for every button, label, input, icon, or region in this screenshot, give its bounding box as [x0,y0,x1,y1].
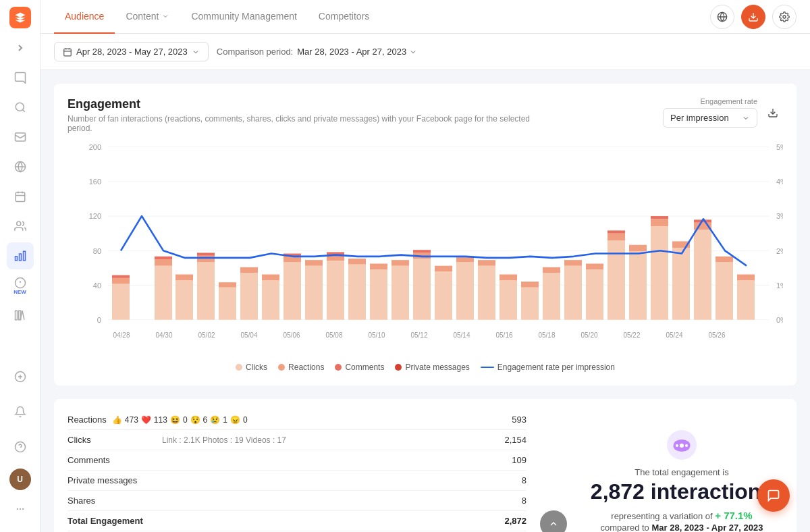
stats-row-private-messages: Private messages 8 [68,471,526,491]
shares-value: 8 [486,496,526,506]
sidebar-toggle[interactable] [11,38,30,57]
summary-number: 2,872 interactions [591,480,773,504]
svg-text:2%: 2% [776,246,783,255]
svg-rect-86 [435,271,452,319]
settings-btn[interactable] [772,5,796,29]
svg-rect-7 [15,257,17,261]
svg-rect-68 [262,274,279,280]
haha-icon: 😆 [170,415,180,425]
chevron-down-icon-2 [409,48,417,56]
summary-comparison-row: compared to Mar 28, 2023 - Apr 27, 2023 [601,523,763,532]
nav-icon-search[interactable] [7,94,34,121]
legend-engagement-rate: Engagement rate per impression [481,363,615,372]
summary-comparison-date: Mar 28, 2023 - Apr 27, 2023 [651,523,763,532]
svg-rect-108 [651,219,668,226]
legend-reactions: Reactions [278,363,324,372]
comparison-date-link[interactable]: Mar 28, 2023 - Apr 27, 2023 [297,47,417,57]
nav-icon-social[interactable] [7,153,34,180]
tab-community[interactable]: Community Management [180,0,307,34]
nav-icon-notifications[interactable] [7,64,34,91]
svg-point-13 [16,508,18,510]
filter-bar: Apr 28, 2023 - May 27, 2023 Comparison p… [40,34,810,70]
chart-legend: Clicks Reactions Comments Private messag… [68,363,783,372]
tab-content[interactable]: Content [115,0,180,34]
total-engagement-label: Total Engagement [68,516,162,526]
chat-icon [767,489,780,502]
scroll-to-top-btn[interactable] [540,510,567,532]
svg-text:05/24: 05/24 [666,331,682,339]
svg-text:80: 80 [93,246,101,255]
svg-rect-79 [370,269,387,320]
nav-icon-team[interactable] [7,213,34,240]
svg-text:05/26: 05/26 [708,331,725,339]
scroll-top-container [540,410,567,532]
chart-download-btn[interactable] [763,103,783,123]
svg-rect-96 [543,273,560,319]
svg-rect-18 [64,49,72,56]
svg-text:05/14: 05/14 [453,331,470,339]
svg-rect-72 [305,266,323,320]
nav-icon-bell[interactable] [7,398,34,425]
svg-rect-82 [392,260,409,266]
chart-title: Engagement [68,97,540,111]
tab-competitors[interactable]: Competitors [308,0,380,34]
stats-table: Reactions 👍 473 ❤️ 113 😆 0 😯 6 😢 [68,410,526,532]
svg-text:05/18: 05/18 [538,331,555,339]
chart-header: Engagement Number of fan interactions (r… [68,97,783,133]
svg-text:0%: 0% [776,316,783,324]
nav-icon-add[interactable] [7,363,34,390]
svg-rect-88 [456,262,474,319]
scrollable-content: Engagement Number of fan interactions (r… [40,70,810,532]
nav-icon-more[interactable] [7,496,34,523]
engagement-rate-select[interactable]: Per impression [663,108,757,128]
social-accounts-btn[interactable] [710,5,734,29]
chat-support-btn[interactable] [757,479,790,512]
svg-rect-110 [672,248,690,320]
svg-rect-93 [500,274,517,280]
svg-point-15 [22,508,23,510]
nav-icon-analytics[interactable] [7,242,34,269]
svg-rect-59 [176,274,193,280]
svg-rect-53 [112,278,130,284]
svg-rect-87 [435,266,452,272]
heart-icon: ❤️ [141,415,151,425]
nav-icon-inbox[interactable] [7,124,34,151]
engagement-summary: The total engagement is 2,872 interactio… [580,410,783,532]
svg-rect-97 [543,267,560,273]
heart-count: 113 [154,415,167,425]
svg-rect-54 [112,275,130,278]
svg-rect-63 [219,288,236,320]
download-report-btn[interactable] [741,5,765,29]
tab-audience[interactable]: Audience [54,0,115,34]
private-messages-color [395,364,402,371]
svg-text:0: 0 [97,316,101,324]
nav-tabs: Audience Content Community Management Co… [54,0,710,34]
total-value: 2,872 [486,516,526,526]
svg-rect-66 [240,267,258,273]
nav-icon-help[interactable] [7,433,34,460]
stats-row-total: Total Engagement 2,872 [68,511,526,531]
date-range-picker[interactable]: Apr 28, 2023 - May 27, 2023 [54,42,209,61]
nav-icon-new[interactable]: NEW [7,272,34,299]
svg-rect-1 [15,133,25,141]
svg-rect-69 [284,262,301,319]
chart-title-block: Engagement Number of fan interactions (r… [68,97,540,133]
svg-rect-56 [155,259,172,266]
svg-rect-116 [716,257,733,263]
nav-icon-library[interactable] [7,302,34,329]
comparison-period: Comparison period: Mar 28, 2023 - Apr 27… [217,47,417,57]
nav-icon-calendar[interactable] [7,183,34,210]
svg-rect-77 [348,265,366,320]
chart-subtitle: Number of fan interactions (reactions, c… [68,114,540,133]
svg-point-120 [680,444,684,448]
summary-intro-text: The total engagement is [634,467,728,477]
svg-rect-61 [197,256,215,263]
app-logo[interactable] [9,7,31,28]
user-avatar[interactable]: U [9,469,31,490]
reactions-color [278,364,285,371]
reaction-icons: 👍 473 ❤️ 113 😆 0 😯 6 😢 1 😠 [112,415,248,425]
svg-rect-106 [629,245,647,252]
comments-color [335,364,342,371]
svg-rect-102 [608,240,625,319]
svg-rect-83 [413,259,431,320]
